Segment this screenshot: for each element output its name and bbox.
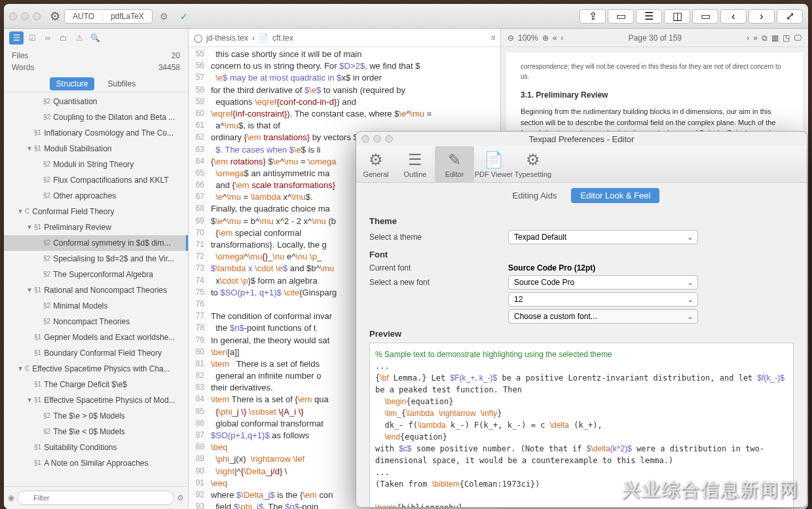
zoom-icon[interactable] [33, 12, 41, 20]
pdf-popout-icon[interactable]: ◳ [783, 33, 790, 43]
zoom-out-icon[interactable]: ⊖ [507, 33, 514, 43]
pdf-intro: correspondence; they will not be covered… [521, 62, 788, 81]
current-font-label: Current font [369, 263, 500, 273]
custom-font-button[interactable]: Choose a custom font... [508, 309, 698, 324]
pdf-prev-icon[interactable]: ‹ [561, 33, 563, 43]
sidebar-tabs: Structure Subfiles [4, 76, 188, 92]
search-view-icon[interactable]: 🔍 [88, 31, 102, 45]
new-font-label: Select a new font [369, 278, 500, 287]
outline-item[interactable]: §1Suitability Conditions [4, 440, 188, 455]
settings-icon[interactable]: ⚙︎ [157, 9, 172, 24]
eye-icon[interactable]: ◉ [8, 493, 14, 502]
pdf-display-icon[interactable]: 🖵 [794, 33, 802, 43]
outline-tree: §2Quantisation§2Coupling to the Dilaton … [4, 92, 188, 486]
list-view-icon[interactable]: ☰ [9, 31, 24, 45]
check-view-icon[interactable]: ☑ [25, 31, 39, 45]
outline-item[interactable]: §1Boundary Conformal Field Theory [4, 345, 188, 361]
sidebar: ☰ ☑ ∞ 🗀 ⚠ 🔍 Files20 Words34458 Structure… [4, 29, 189, 509]
outline-item[interactable]: §1Inflationary Cosmology and The Co... [4, 125, 188, 141]
prefs-tabs: ⚙︎General☰Outline✎Editor📄PDF Viewer⚙︎Typ… [356, 146, 807, 183]
words-count: 34458 [158, 62, 180, 73]
pdf-next-icon[interactable]: › [747, 33, 749, 43]
prefs-close-icon[interactable] [361, 135, 369, 143]
outline-item[interactable]: §2The Superconformal Algebra [4, 267, 188, 282]
page-indicator: Page 30 of 159 [629, 33, 682, 43]
typeset-mode[interactable]: AUTO pdfLaTeX [64, 9, 153, 24]
pdf-toolbar: ⊖ 100% ⊕ « ‹ Page 30 of 159 › » ⧉ ▦ ◳ 🖵 [501, 29, 808, 47]
expand-icon[interactable]: ⤢ [777, 9, 803, 24]
engine-select[interactable]: pdfLaTeX [103, 12, 152, 21]
zoom-in-icon[interactable]: ⊕ [542, 33, 549, 43]
filter-gear-icon[interactable]: ⚙︎ [177, 493, 184, 502]
outline-item[interactable]: ▼§1Preliminary Review [4, 219, 188, 235]
prefs-tab-pdf-viewer[interactable]: 📄PDF Viewer [474, 146, 513, 182]
font-section: Font [369, 250, 794, 259]
layout-lines-icon[interactable]: ☰ [636, 9, 662, 24]
prefs-tab-typesetting[interactable]: ⚙︎Typesetting [513, 146, 553, 182]
filter-input[interactable] [17, 491, 174, 505]
pdf-last-icon[interactable]: » [753, 33, 758, 43]
close-icon[interactable] [9, 12, 17, 20]
outline-item[interactable]: §1Gepner Models and Exact worldshe... [4, 330, 188, 345]
window-controls [9, 12, 41, 20]
nav-fwd-icon[interactable]: › [748, 9, 775, 24]
outline-item[interactable]: §2The $\e > 0$ Models [4, 408, 188, 424]
outline-item[interactable]: §2Coupling to the Dilaton and Beta ... [4, 109, 188, 125]
pdf-grid-icon[interactable]: ▦ [771, 33, 779, 43]
subtab-look-feel[interactable]: Editor Look & Feel [571, 188, 659, 203]
outline-item[interactable]: ▼CEffective Spacetime Physics with Cha..… [4, 361, 188, 377]
root-file[interactable]: jd-thesis.tex [206, 33, 248, 43]
layout-single-icon[interactable]: ▭ [608, 9, 634, 24]
folder-view-icon[interactable]: 🗀 [56, 31, 71, 45]
tex-icon: 📄 [259, 33, 268, 43]
file-stats: Files20 Words34458 [4, 47, 188, 76]
pdf-expand-icon[interactable]: ⧉ [762, 33, 767, 43]
outline-item[interactable]: ▼§1Moduli Stabilisation [4, 141, 188, 157]
tab-structure[interactable]: Structure [50, 77, 95, 90]
minimize-icon[interactable] [21, 12, 29, 20]
outline-item[interactable]: §2Quantisation [4, 94, 188, 109]
prefs-tab-editor[interactable]: ✎Editor [435, 146, 474, 182]
outline-item[interactable]: §2Moduli in String Theory [4, 157, 188, 172]
font-size-select[interactable]: 12 [508, 292, 698, 307]
outline-item[interactable]: §2Minimal Models [4, 298, 188, 314]
theme-select[interactable]: Texpad Default [508, 230, 698, 244]
gear-icon[interactable]: ⚙︎ [50, 9, 60, 24]
current-file[interactable]: cft.tex [272, 33, 293, 43]
layout-split-icon[interactable]: ◫ [664, 9, 690, 24]
prefs-zoom-icon[interactable] [385, 135, 393, 143]
warning-view-icon[interactable]: ⚠ [72, 31, 86, 45]
outline-item[interactable]: ▼§1Rational and Noncompact Theories [4, 282, 188, 298]
outline-item[interactable]: §1The Charge Deficit $\e$ [4, 377, 188, 392]
nav-back-icon[interactable]: ‹ [720, 9, 747, 24]
outline-item[interactable]: §2Specialising to $d=2$ and the Vir... [4, 251, 188, 267]
outline-item[interactable]: §1A Note on Similar Approaches [4, 455, 188, 471]
pi-icon[interactable]: π [491, 33, 495, 43]
link-view-icon[interactable]: ∞ [41, 31, 55, 45]
outline-item[interactable]: §2The $\e < 0$ Models [4, 424, 188, 440]
layout-wide-icon[interactable]: ▭ [692, 9, 718, 24]
pdf-heading: 3.1. Preliminary Review [521, 89, 788, 101]
outline-item[interactable]: §2Noncompact Theories [4, 314, 188, 330]
prefs-min-icon[interactable] [373, 135, 381, 143]
doc-indicator-icon: ◯ [194, 33, 202, 43]
tab-subfiles[interactable]: Subfiles [101, 77, 142, 90]
outline-item[interactable]: §2Conformal symmetry in $d$ dim... [4, 235, 188, 251]
outline-item[interactable]: ▼§1Effective Spacetime Physics of Mod... [4, 392, 188, 408]
prefs-tab-general[interactable]: ⚙︎General [356, 146, 396, 182]
subtab-editing-aids[interactable]: Editing Aids [504, 188, 566, 203]
words-label: Words [12, 62, 34, 73]
watermark: 兴业综合信息新闻网 [622, 478, 799, 502]
prefs-titlebar: Texpad Preferences - Editor [356, 132, 807, 146]
pdf-first-icon[interactable]: « [553, 33, 557, 43]
outline-item[interactable]: ▼CConformal Field Theory [4, 204, 188, 219]
prefs-tab-outline[interactable]: ☰Outline [396, 146, 435, 182]
outline-item[interactable]: §2Flux Compactifications and KKLT [4, 172, 188, 188]
font-family-select[interactable]: Source Code Pro [508, 275, 698, 290]
outline-item[interactable]: §2Other approaches [4, 188, 188, 204]
files-count: 20 [172, 50, 180, 62]
check-icon[interactable]: ✓ [176, 9, 192, 24]
share-icon[interactable]: ⇪ [580, 9, 606, 24]
toolbar: ⚙︎ AUTO pdfLaTeX ⚙︎ ✓ ⇪ ▭ ☰ ◫ ▭ ‹ › ⤢ [4, 4, 808, 29]
auto-mode[interactable]: AUTO [65, 12, 103, 21]
